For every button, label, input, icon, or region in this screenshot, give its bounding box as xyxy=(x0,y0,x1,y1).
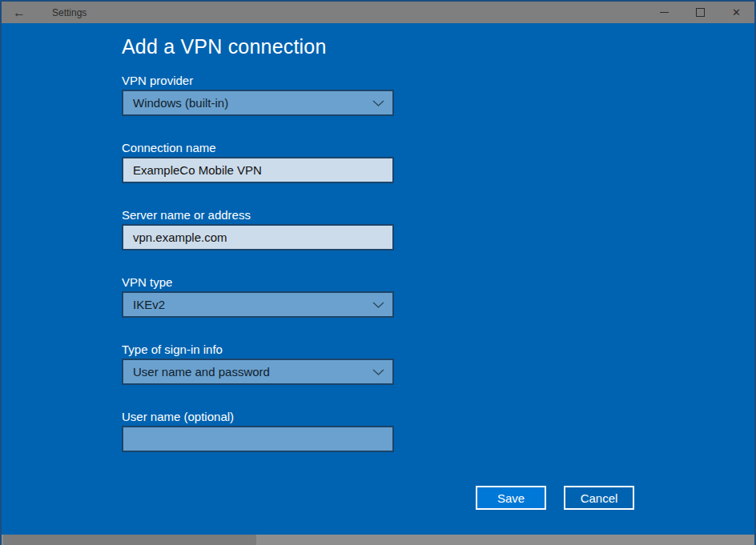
sign-in-type-dropdown[interactable]: User name and password xyxy=(122,359,394,385)
vpn-type-label: VPN type xyxy=(122,275,754,291)
horizontal-scrollbar-thumb[interactable] xyxy=(3,535,256,545)
sign-in-type-label: Type of sign-in info xyxy=(122,342,754,358)
vpn-provider-dropdown[interactable]: Windows (built-in) xyxy=(122,90,394,116)
maximize-icon xyxy=(696,8,705,17)
vpn-type-dropdown[interactable]: IKEv2 xyxy=(122,291,394,318)
page-title: Add a VPN connection xyxy=(122,35,754,58)
connection-name-label: Connection name xyxy=(122,140,754,156)
settings-window: ← Settings ✕ Add a VPN connection VPN pr… xyxy=(0,0,756,545)
back-button[interactable]: ← xyxy=(2,2,37,23)
user-name-input[interactable] xyxy=(122,426,394,452)
field-group-vpn-provider: VPN provider Windows (built-in) xyxy=(122,73,754,116)
minimize-icon xyxy=(660,12,669,13)
field-group-user-name: User name (optional) xyxy=(122,409,754,452)
vpn-provider-label: VPN provider xyxy=(122,73,754,89)
save-button[interactable]: Save xyxy=(476,486,546,510)
chevron-down-icon xyxy=(372,302,384,308)
dialog-buttons: Save Cancel xyxy=(476,486,634,510)
minimize-button[interactable] xyxy=(646,2,682,23)
vpn-form: Add a VPN connection VPN provider Window… xyxy=(2,23,754,452)
field-group-sign-in-type: Type of sign-in info User name and passw… xyxy=(122,342,754,385)
vpn-provider-value: Windows (built-in) xyxy=(133,96,228,110)
back-arrow-icon: ← xyxy=(13,6,26,19)
connection-name-input[interactable] xyxy=(122,157,394,183)
field-group-server-name: Server name or address xyxy=(122,207,754,250)
sign-in-type-value: User name and password xyxy=(133,365,270,379)
caption-buttons: ✕ xyxy=(646,2,754,23)
horizontal-scrollbar[interactable] xyxy=(2,535,754,545)
titlebar-title: Settings xyxy=(52,7,86,18)
user-name-label: User name (optional) xyxy=(122,409,754,425)
cancel-button[interactable]: Cancel xyxy=(564,486,634,510)
maximize-button[interactable] xyxy=(682,2,718,23)
close-icon: ✕ xyxy=(732,7,741,18)
field-group-connection-name: Connection name xyxy=(122,140,754,183)
chevron-down-icon xyxy=(372,100,384,106)
vpn-type-value: IKEv2 xyxy=(133,298,165,311)
titlebar: ← Settings ✕ xyxy=(2,2,754,23)
server-name-label: Server name or address xyxy=(122,207,754,223)
chevron-down-icon xyxy=(372,369,384,375)
close-button[interactable]: ✕ xyxy=(718,2,754,23)
server-name-input[interactable] xyxy=(122,224,394,250)
field-group-vpn-type: VPN type IKEv2 xyxy=(122,275,754,318)
